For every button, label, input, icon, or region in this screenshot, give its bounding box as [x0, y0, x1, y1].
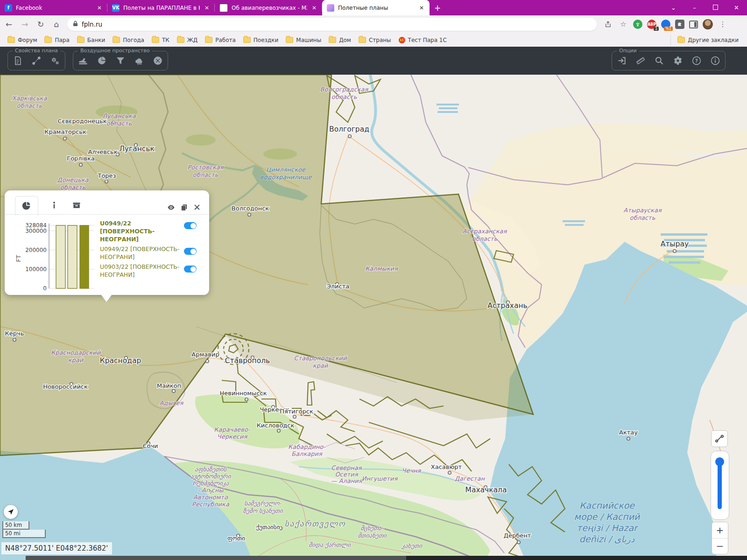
map-label: Элиста — [327, 283, 350, 290]
1c-icon: 1С — [399, 37, 405, 43]
svg-text:?: ? — [695, 58, 698, 64]
home-button[interactable]: ⌂ — [49, 20, 63, 29]
zone-visibility-toggle[interactable] — [184, 266, 197, 273]
tab-close-icon[interactable]: ✕ — [418, 5, 425, 11]
bookmark-9[interactable]: Дом — [325, 35, 355, 45]
bookmark-3[interactable]: Погода — [109, 35, 148, 45]
tab-close-icon[interactable]: ✕ — [204, 5, 210, 11]
funnel-icon[interactable] — [115, 56, 126, 66]
gear-icon[interactable] — [673, 56, 683, 66]
folder-icon — [329, 37, 336, 43]
route-tool-button[interactable] — [711, 430, 728, 447]
bookmark-0[interactable]: Форум — [4, 35, 41, 45]
legend-row-2: U0903/22 [ПОВЕРХНОСТЬ-НЕОГРАНИ] — [100, 263, 206, 279]
new-tab-button[interactable]: + — [434, 3, 441, 13]
plane-icon[interactable] — [78, 56, 88, 66]
gears-icon[interactable] — [50, 56, 60, 66]
map-label: Луганськаобласть — [102, 112, 136, 127]
greendoc-favicon: ≡ — [219, 4, 228, 12]
map-label: მცხეთა-მთიანეთი — [358, 525, 387, 539]
bar-U0949/22 — [56, 225, 65, 288]
zone-legend: U0949/22 [ПОВЕРХНОСТЬ-НЕОГРАНИ]U0949/22 … — [100, 219, 206, 280]
back-button[interactable]: ← — [2, 20, 16, 29]
address-bar[interactable]: fpln.ru — [67, 18, 597, 31]
map-label: Алчевськ — [88, 148, 117, 155]
pie-icon[interactable] — [97, 56, 107, 66]
tab-close-icon[interactable]: ✕ — [96, 5, 103, 11]
tab-chart[interactable] — [15, 196, 38, 216]
reload-button[interactable]: ↻ — [34, 20, 48, 29]
cloud-icon[interactable] — [134, 56, 144, 66]
bookmark-4[interactable]: ТК — [148, 35, 173, 45]
browser-tab-1[interactable]: VK Полеты на ПАРАПЛАНЕ в Курск ✕ — [107, 0, 215, 15]
eye-icon — [167, 203, 175, 211]
profile-avatar[interactable] — [703, 19, 713, 29]
city-dot — [105, 180, 108, 183]
search-icon[interactable] — [654, 56, 664, 66]
browser-tab-2[interactable]: ≡ Об авиаперевозчиках - МЖА (R ✕ — [215, 0, 322, 15]
bookmark-7[interactable]: Поездки — [240, 35, 282, 45]
share-icon[interactable] — [603, 19, 613, 29]
map-label: Майкоп — [157, 382, 181, 389]
map-label: Сєвєродонецьк — [57, 118, 106, 125]
slider-knob[interactable] — [715, 457, 724, 466]
bookmark-8[interactable]: Машины — [282, 35, 325, 45]
map-label: Пятигорск — [280, 408, 313, 415]
maximize-button[interactable] — [705, 0, 726, 15]
tab-archive[interactable] — [65, 196, 88, 215]
map-label: ქუთაისი — [256, 524, 280, 531]
toolbar-group-2: Опции? — [612, 51, 726, 70]
slider-track[interactable] — [718, 462, 722, 509]
other-bookmarks[interactable]: Другие закладки — [670, 35, 742, 45]
folder-icon — [152, 37, 159, 43]
bookmark-1[interactable]: Пара — [41, 35, 73, 45]
minimize-button[interactable]: – — [684, 0, 705, 15]
toolbar-group-0: Свойства плана — [7, 51, 65, 70]
map-label: Атырау — [661, 240, 689, 248]
bookmark-test-para-1c[interactable]: 1СТест Пара 1С — [395, 35, 451, 45]
zoom-out-button[interactable]: − — [712, 539, 728, 554]
zone-visibility-toggle[interactable] — [184, 248, 197, 255]
city-dot — [245, 398, 248, 401]
zone-label: U0903/22 [ПОВЕРХНОСТЬ-НЕОГРАНИ] — [100, 263, 180, 279]
forward-button[interactable]: → — [18, 20, 32, 29]
extension-vpn-icon[interactable] — [633, 20, 642, 29]
xcircle-icon[interactable] — [153, 56, 163, 66]
signin-icon[interactable] — [617, 56, 627, 66]
zoom-control: + − — [712, 522, 728, 554]
bookmark-5[interactable]: ЖД — [173, 35, 201, 45]
map-label: Цимлянскоеводохранилище — [260, 166, 312, 181]
document-icon[interactable] — [13, 56, 23, 66]
bookmark-6[interactable]: Работа — [201, 35, 240, 45]
close-panel-button[interactable]: ✕ — [192, 203, 202, 212]
bookmark-10[interactable]: Страны — [355, 35, 395, 45]
map-label: Краматорськ — [44, 128, 86, 135]
route-icon[interactable] — [31, 56, 42, 66]
ruler-icon[interactable] — [635, 56, 646, 66]
sidebar-toggle-icon[interactable] — [689, 21, 698, 28]
browser-tab-3[interactable]: Полетные планы ✕ — [322, 0, 430, 15]
info-icon[interactable] — [710, 56, 720, 66]
tab-info[interactable] — [43, 196, 65, 215]
map-label: Дагестан — [455, 475, 486, 482]
menu-kebab-icon[interactable]: ⋮ — [718, 19, 728, 29]
help-icon[interactable]: ? — [691, 56, 702, 66]
zone-visibility-toggle[interactable] — [184, 222, 197, 229]
extension-adblock-icon[interactable]: ABP1 — [647, 20, 656, 29]
map-label: Астрахань — [487, 301, 527, 310]
extension-percent-icon[interactable]: %1 — [661, 20, 670, 29]
locate-button[interactable] — [4, 505, 18, 519]
bookmark-2[interactable]: Банки — [73, 35, 109, 45]
eye-button[interactable] — [166, 203, 176, 212]
copy-button[interactable] — [179, 203, 189, 212]
altitude-slider[interactable] — [711, 451, 729, 520]
tab-close-icon[interactable]: ✕ — [311, 5, 317, 11]
tab-search-chevron[interactable]: ⌄ — [663, 0, 684, 15]
extensions-puzzle-icon[interactable] — [675, 20, 684, 29]
zoom-in-button[interactable]: + — [712, 522, 728, 539]
bookmark-star-icon[interactable]: ☆ — [618, 19, 628, 29]
map-label: Донецькаобласть — [57, 176, 89, 191]
browser-tab-0[interactable]: f Facebook ✕ — [0, 0, 107, 15]
archive-icon — [72, 201, 81, 210]
close-window-button[interactable]: ✕ — [726, 0, 747, 15]
